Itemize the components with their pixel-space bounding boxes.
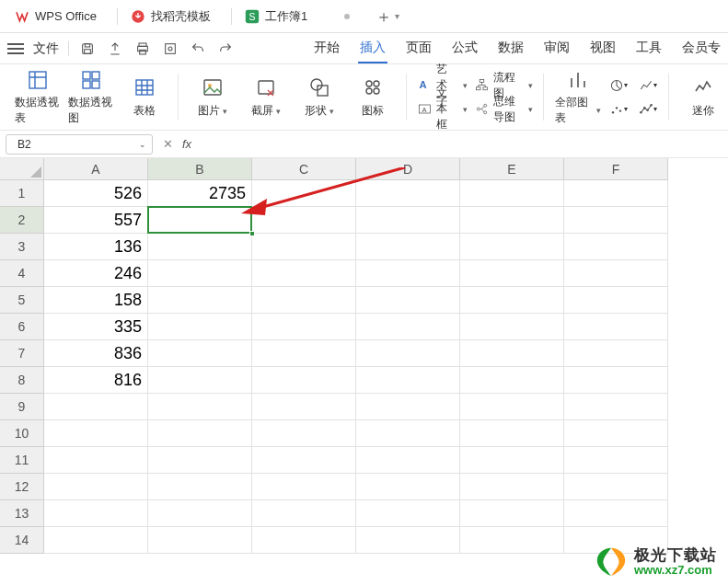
row-header[interactable]: 5 (0, 287, 44, 314)
cell[interactable] (356, 314, 460, 340)
cell[interactable] (564, 340, 668, 367)
undo-icon[interactable] (189, 40, 207, 58)
preview-icon[interactable] (161, 40, 179, 58)
cell[interactable]: 526 (44, 180, 148, 207)
cell[interactable] (460, 420, 564, 447)
cell[interactable] (148, 260, 252, 287)
cell[interactable] (356, 527, 460, 554)
fill-handle[interactable] (249, 231, 255, 236)
pivot-chart-button[interactable]: 数据透视图 (68, 69, 114, 126)
pivot-table-button[interactable]: 数据透视表 (15, 69, 61, 126)
row-header[interactable]: 11 (0, 447, 44, 474)
column-header[interactable]: E (460, 158, 564, 180)
cell[interactable] (148, 474, 252, 500)
column-header[interactable]: F (564, 158, 668, 180)
area-chart-icon[interactable]: ▾ (638, 99, 658, 120)
cell[interactable] (44, 474, 148, 500)
pie-chart-icon[interactable]: ▾ (608, 75, 629, 96)
cell[interactable] (252, 180, 356, 207)
cell[interactable] (460, 447, 564, 474)
app-tab-wps[interactable]: WPS Office (6, 3, 113, 30)
cancel-icon[interactable]: ✕ (160, 137, 175, 151)
cell[interactable] (252, 394, 356, 420)
cell[interactable] (356, 234, 460, 260)
icon-button[interactable]: 图标 (350, 69, 396, 126)
row-header[interactable]: 1 (0, 180, 44, 207)
cell[interactable] (252, 500, 356, 527)
cell[interactable]: 836 (44, 340, 148, 367)
scatter-chart-icon[interactable]: ▾ (608, 99, 629, 120)
row-header[interactable]: 3 (0, 234, 44, 260)
cell[interactable] (356, 287, 460, 314)
print-icon[interactable] (133, 40, 152, 58)
row-header[interactable]: 6 (0, 314, 44, 340)
shape-button[interactable]: 形状▾ (296, 69, 342, 126)
row-header[interactable]: 8 (0, 367, 44, 394)
cell[interactable] (564, 420, 668, 447)
cell[interactable] (252, 420, 356, 447)
cell[interactable] (44, 500, 148, 527)
cell[interactable] (252, 527, 356, 554)
cell[interactable] (460, 207, 564, 234)
cell[interactable] (148, 287, 252, 314)
column-header[interactable]: D (356, 158, 460, 180)
cell[interactable] (460, 394, 564, 420)
column-header[interactable]: A (44, 158, 148, 180)
cell[interactable] (252, 287, 356, 314)
menu-tab-start[interactable]: 开始 (314, 34, 340, 63)
cell[interactable] (148, 394, 252, 420)
cell[interactable] (564, 367, 668, 394)
screenshot-button[interactable]: 截屏▾ (243, 69, 289, 126)
cell[interactable] (252, 367, 356, 394)
cell[interactable] (148, 367, 252, 394)
cell[interactable] (252, 340, 356, 367)
cell[interactable]: 158 (44, 287, 148, 314)
cell[interactable] (44, 420, 148, 447)
cell[interactable] (460, 234, 564, 260)
cell[interactable]: 816 (44, 367, 148, 394)
cell[interactable] (252, 260, 356, 287)
cell[interactable] (252, 314, 356, 340)
menu-tab-tools[interactable]: 工具 (636, 34, 662, 63)
cell[interactable] (148, 527, 252, 554)
cell[interactable] (148, 447, 252, 474)
menu-tab-insert[interactable]: 插入 (360, 34, 386, 63)
all-charts-button[interactable]: 全部图表▾ (555, 69, 601, 126)
picture-button[interactable]: 图片▾ (190, 69, 236, 126)
cell[interactable]: 2735 (148, 180, 252, 207)
cell[interactable] (564, 260, 668, 287)
cell[interactable] (460, 527, 564, 554)
cell[interactable] (356, 420, 460, 447)
app-tab-workbook[interactable]: S 工作簿1 (236, 3, 366, 30)
cell[interactable] (356, 394, 460, 420)
app-tab-template[interactable]: 找稻壳模板 (121, 3, 227, 30)
row-header[interactable]: 12 (0, 474, 44, 500)
redo-icon[interactable] (216, 40, 235, 58)
cell[interactable] (356, 367, 460, 394)
cell[interactable] (148, 500, 252, 527)
menu-tab-view[interactable]: 视图 (590, 34, 616, 63)
cell[interactable] (564, 394, 668, 420)
cell[interactable] (564, 500, 668, 527)
name-box[interactable]: B2 ⌄ (6, 134, 153, 155)
cell[interactable] (44, 447, 148, 474)
select-all-corner[interactable] (0, 158, 44, 180)
cell[interactable] (564, 314, 668, 340)
cell[interactable] (252, 234, 356, 260)
cell[interactable] (148, 234, 252, 260)
row-header[interactable]: 10 (0, 420, 44, 447)
menu-tab-review[interactable]: 审阅 (544, 34, 570, 63)
cell[interactable] (564, 207, 668, 234)
cell[interactable] (44, 394, 148, 420)
column-header[interactable]: C (252, 158, 356, 180)
row-header[interactable]: 14 (0, 527, 44, 554)
cell[interactable] (356, 447, 460, 474)
cell[interactable] (460, 474, 564, 500)
mini-chart-button[interactable]: 迷你 (680, 69, 726, 126)
export-icon[interactable] (106, 40, 124, 58)
row-header[interactable]: 7 (0, 340, 44, 367)
cell[interactable] (148, 340, 252, 367)
column-header[interactable]: B (148, 158, 252, 180)
cell[interactable] (252, 447, 356, 474)
cell[interactable] (460, 260, 564, 287)
